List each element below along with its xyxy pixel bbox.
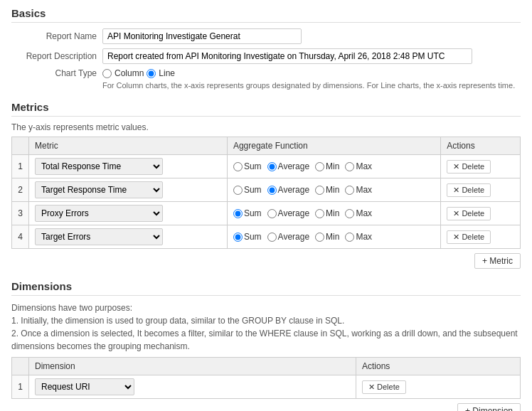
agg-radio-average[interactable] [267,186,277,195]
dimensions-row: 1Request URI✕ Delete [12,375,521,399]
agg-radio-label-text: Max [356,161,372,171]
agg-radio-sum[interactable] [233,209,243,218]
report-name-label: Report Name [17,31,102,41]
agg-radio-label-text: Sum [244,161,262,171]
agg-radio-sum[interactable] [233,162,243,171]
metric-select[interactable]: Total Response TimeTarget Response TimeP… [35,228,163,245]
agg-radio-label: Average [267,161,309,171]
metric-delete-button[interactable]: ✕ Delete [447,207,491,220]
agg-radio-label: Min [315,208,339,218]
dimensions-desc2: 1. Initially, the dimension is used to g… [11,314,521,327]
add-dimension-button[interactable]: + Dimension [457,403,521,411]
agg-options: SumAverageMinMax [233,208,435,218]
agg-radio-label-text: Average [278,185,309,195]
basics-title: Basics [11,7,521,23]
agg-radio-label-text: Max [356,232,372,242]
agg-radio-label-text: Average [278,232,309,242]
agg-radio-label: Min [315,185,339,195]
metrics-col-aggregate: Aggregate Function [227,137,440,155]
agg-radio-min[interactable] [315,162,324,171]
dim-col-actions: Actions [356,358,520,375]
agg-radio-max[interactable] [345,233,354,242]
agg-radio-label: Average [267,232,309,242]
metric-row-num: 4 [12,225,29,249]
metric-row-num: 1 [12,155,29,178]
report-desc-input[interactable] [102,48,472,64]
agg-radio-max[interactable] [345,186,354,195]
report-name-row: Report Name [17,28,521,44]
agg-cell: SumAverageMinMax [227,225,440,249]
metric-cell: Total Response TimeTarget Response TimeP… [29,225,228,249]
chart-type-column-radio[interactable] [102,69,112,78]
agg-radio-label: Sum [233,185,262,195]
metrics-row: 2Total Response TimeTarget Response Time… [12,178,521,202]
report-name-input[interactable] [102,28,302,44]
agg-radio-min[interactable] [315,233,324,242]
agg-radio-label: Max [345,232,372,242]
metric-select[interactable]: Total Response TimeTarget Response TimeP… [35,181,163,198]
agg-radio-label: Sum [233,161,262,171]
dim-col-num [12,358,29,375]
agg-radio-min[interactable] [315,209,324,218]
add-dimension-row: + Dimension [11,403,521,411]
metric-delete-button[interactable]: ✕ Delete [447,183,491,197]
agg-radio-average[interactable] [267,209,277,218]
report-desc-label: Report Description [17,51,102,61]
metrics-section: Metrics The y-axis represents metric val… [11,101,521,269]
metric-cell: Total Response TimeTarget Response TimeP… [29,202,228,225]
chart-type-line-radio[interactable] [147,69,156,78]
metrics-row: 1Total Response TimeTarget Response Time… [12,155,521,178]
agg-radio-label-text: Min [326,161,339,171]
metrics-table: Metric Aggregate Function Actions 1Total… [11,137,521,249]
chart-note: For Column charts, the x-axis represents… [102,81,515,90]
chart-type-label: Chart Type [17,68,102,78]
agg-radio-sum[interactable] [233,186,243,195]
dimensions-table: Dimension Actions 1Request URI✕ Delete [11,357,521,399]
metrics-col-num [12,137,29,155]
agg-radio-label: Max [345,161,372,171]
agg-radio-label: Max [345,208,372,218]
dimensions-desc3: 2. Once a dimension is selected, It beco… [11,327,521,353]
actions-cell: ✕ Delete [441,178,521,202]
metrics-subtitle: The y-axis represents metric values. [11,122,521,132]
chart-type-row: Chart Type Column Line For Column charts… [17,68,521,90]
add-metric-row: + Metric [11,253,521,269]
agg-radio-min[interactable] [315,186,324,195]
dimension-select[interactable]: Request URI [35,378,134,395]
agg-cell: SumAverageMinMax [227,202,440,225]
add-metric-button[interactable]: + Metric [474,253,521,269]
metric-row-num: 3 [12,202,29,225]
agg-radio-average[interactable] [267,162,277,171]
agg-radio-label: Sum [233,232,262,242]
agg-radio-label: Min [315,232,339,242]
dimension-cell: Request URI [29,375,356,399]
agg-radio-max[interactable] [345,209,354,218]
chart-type-radio-group: Column Line [102,68,515,78]
agg-radio-max[interactable] [345,162,354,171]
agg-radio-label-text: Sum [244,232,262,242]
agg-radio-label-text: Max [356,208,372,218]
metric-delete-button[interactable]: ✕ Delete [447,230,491,244]
actions-cell: ✕ Delete [441,155,521,178]
agg-cell: SumAverageMinMax [227,155,440,178]
metric-delete-button[interactable]: ✕ Delete [447,160,491,174]
agg-radio-average[interactable] [267,233,277,242]
dimensions-title: Dimensions [11,280,521,296]
agg-radio-sum[interactable] [233,233,243,242]
agg-options: SumAverageMinMax [233,185,435,195]
actions-cell: ✕ Delete [441,225,521,249]
dim-row-num: 1 [12,375,29,399]
dimension-delete-button[interactable]: ✕ Delete [362,380,406,394]
agg-cell: SumAverageMinMax [227,178,440,202]
agg-radio-label-text: Min [326,185,339,195]
basics-form: Report Name Report Description Chart Typ… [17,28,521,90]
agg-radio-label-text: Max [356,185,372,195]
chart-type-line-label: Line [159,68,175,78]
metric-select[interactable]: Total Response TimeTarget Response TimeP… [35,205,163,222]
metric-select[interactable]: Total Response TimeTarget Response TimeP… [35,158,163,175]
agg-radio-label: Min [315,161,339,171]
agg-radio-label-text: Average [278,208,309,218]
dim-actions-cell: ✕ Delete [356,375,520,399]
dimensions-section: Dimensions Dimensions have two purposes:… [11,280,521,411]
metric-cell: Total Response TimeTarget Response TimeP… [29,178,228,202]
